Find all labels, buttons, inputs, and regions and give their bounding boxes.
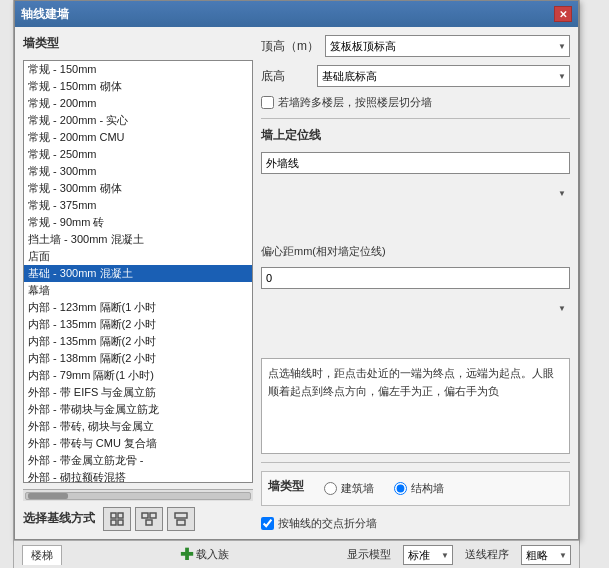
- baseline-row: 选择基线方式: [23, 507, 253, 531]
- scrollbar-track: [25, 492, 251, 500]
- positioning-label-text: 墙上定位线: [261, 127, 570, 144]
- bottom-right-controls: 显示模型 标准 送线程序 粗略: [347, 545, 571, 565]
- title-bar: 轴线建墙 ✕: [15, 1, 578, 27]
- display-model-label: 显示模型: [347, 547, 391, 562]
- structural-wall-radio-row: 结构墙: [394, 481, 444, 496]
- left-strip: [0, 0, 14, 568]
- wall-list-item[interactable]: 常规 - 200mm - 实心: [24, 112, 252, 129]
- plus-icon: ✚: [180, 545, 193, 564]
- svg-rect-0: [111, 513, 116, 518]
- wall-list-item[interactable]: 外部 - 带砌块与金属立筋龙: [24, 401, 252, 418]
- wall-list-item[interactable]: 内部 - 123mm 隔断(1 小时: [24, 299, 252, 316]
- baseline-btn-2[interactable]: [135, 507, 163, 531]
- bottom-bar: 楼梯 ✚ 载入族 显示模型 标准 送线程序 粗略: [14, 540, 579, 568]
- svg-rect-8: [177, 520, 185, 525]
- offset-select[interactable]: 0: [261, 267, 570, 289]
- building-wall-label: 建筑墙: [341, 481, 374, 496]
- split-row: 按轴线的交点折分墙: [261, 516, 570, 531]
- positioning-select-wrapper: 外墙线: [261, 152, 570, 234]
- bottom-height-row: 底高 基础底标高: [261, 65, 570, 87]
- wall-list-item[interactable]: 常规 - 200mm CMU: [24, 129, 252, 146]
- wall-type-section-label: 墙类型: [23, 35, 253, 52]
- offset-select-wrapper: 0: [261, 267, 570, 349]
- svg-rect-4: [142, 513, 148, 518]
- svg-rect-1: [118, 513, 123, 518]
- scrollbar-thumb[interactable]: [28, 493, 68, 499]
- wall-list-item[interactable]: 基础 - 300mm 混凝土: [24, 265, 252, 282]
- wall-type-section: 墙类型 建筑墙 结构墙: [261, 471, 570, 506]
- wall-list-item[interactable]: 常规 - 150mm: [24, 61, 252, 78]
- horizontal-scrollbar[interactable]: [23, 489, 253, 501]
- top-height-select[interactable]: 笈板板顶标高: [325, 35, 570, 57]
- add-family-label: 载入族: [196, 547, 229, 562]
- multi-floor-row: 若墙跨多楼层，按照楼层切分墙: [261, 95, 570, 110]
- wall-list-item[interactable]: 内部 - 135mm 隔断(2 小时: [24, 333, 252, 350]
- divider-2: [261, 462, 570, 463]
- wall-list-item[interactable]: 店面: [24, 248, 252, 265]
- wall-list-item[interactable]: 外部 - 带砖与 CMU 复合墙: [24, 435, 252, 452]
- wall-list-item[interactable]: 常规 - 250mm: [24, 146, 252, 163]
- send-program-label: 送线程序: [465, 547, 509, 562]
- display-model-select[interactable]: 标准: [403, 545, 453, 565]
- split-checkbox[interactable]: [261, 517, 274, 530]
- add-family-button[interactable]: ✚ 载入族: [180, 545, 229, 564]
- close-button[interactable]: ✕: [554, 6, 572, 22]
- wall-list-item[interactable]: 常规 - 300mm 砌体: [24, 180, 252, 197]
- wall-list[interactable]: 常规 - 150mm常规 - 150mm 砌体常规 - 200mm常规 - 20…: [24, 61, 252, 482]
- bottom-left-controls: 选择基线方式: [23, 507, 253, 531]
- main-dialog: 轴线建墙 ✕ 墙类型 常规 - 150mm常规 - 150mm 砌体常规 - 2…: [14, 0, 579, 540]
- wall-list-item[interactable]: 外部 - 带金属立筋龙骨 -: [24, 452, 252, 469]
- svg-rect-3: [118, 520, 123, 525]
- wall-list-item[interactable]: 常规 - 375mm: [24, 197, 252, 214]
- multi-floor-label: 若墙跨多楼层，按照楼层切分墙: [278, 95, 432, 110]
- wall-list-item[interactable]: 常规 - 200mm: [24, 95, 252, 112]
- svg-rect-7: [175, 513, 187, 518]
- bottom-height-select-wrapper: 基础底标高: [317, 65, 570, 87]
- display-model-select-wrapper: 标准: [403, 545, 453, 565]
- info-box: 点选轴线时，距点击处近的一端为终点，远端为起点。人眼顺着起点到终点方向，偏左手为…: [261, 358, 570, 454]
- right-panel: 顶高（m） 笈板板顶标高 底高 基础底标高 若墙跨多楼: [261, 35, 570, 531]
- baseline-btn-1[interactable]: [103, 507, 131, 531]
- offset-label-text: 偏心距mm(相对墙定位线): [261, 244, 570, 259]
- svg-rect-6: [146, 520, 152, 525]
- svg-rect-5: [150, 513, 156, 518]
- wall-list-item[interactable]: 挡土墙 - 300mm 混凝土: [24, 231, 252, 248]
- building-wall-radio-row: 建筑墙: [324, 481, 374, 496]
- send-program-select[interactable]: 粗略: [521, 545, 571, 565]
- positioning-select[interactable]: 外墙线: [261, 152, 570, 174]
- wall-type-label: 墙类型: [268, 478, 304, 495]
- wall-list-item[interactable]: 内部 - 79mm 隔断(1 小时): [24, 367, 252, 384]
- wall-list-item[interactable]: 内部 - 138mm 隔断(2 小时: [24, 350, 252, 367]
- svg-rect-2: [111, 520, 116, 525]
- right-strip: [579, 0, 609, 568]
- baseline-btn-3[interactable]: [167, 507, 195, 531]
- split-label: 按轴线的交点折分墙: [278, 516, 377, 531]
- building-wall-radio[interactable]: [324, 482, 337, 495]
- wall-list-item[interactable]: 外部 - 带 EIFS 与金属立筋: [24, 384, 252, 401]
- stairs-tab[interactable]: 楼梯: [22, 545, 62, 565]
- dialog-title: 轴线建墙: [21, 6, 69, 23]
- structural-wall-label: 结构墙: [411, 481, 444, 496]
- wall-list-item[interactable]: 常规 - 150mm 砌体: [24, 78, 252, 95]
- wall-list-item[interactable]: 外部 - 砌拉额砖混搭: [24, 469, 252, 482]
- top-height-label: 顶高（m）: [261, 38, 319, 55]
- structural-wall-radio[interactable]: [394, 482, 407, 495]
- wall-list-item[interactable]: 常规 - 300mm: [24, 163, 252, 180]
- top-height-select-wrapper: 笈板板顶标高: [325, 35, 570, 57]
- wall-list-item[interactable]: 外部 - 带砖, 砌块与金属立: [24, 418, 252, 435]
- baseline-label: 选择基线方式: [23, 510, 95, 527]
- bottom-height-label: 底高: [261, 68, 311, 85]
- wall-list-item[interactable]: 常规 - 90mm 砖: [24, 214, 252, 231]
- wall-list-container: 常规 - 150mm常规 - 150mm 砌体常规 - 200mm常规 - 20…: [23, 60, 253, 483]
- send-program-select-wrapper: 粗略: [521, 545, 571, 565]
- bottom-height-select[interactable]: 基础底标高: [317, 65, 570, 87]
- wall-list-item[interactable]: 幕墙: [24, 282, 252, 299]
- left-panel: 墙类型 常规 - 150mm常规 - 150mm 砌体常规 - 200mm常规 …: [23, 35, 253, 531]
- multi-floor-checkbox[interactable]: [261, 96, 274, 109]
- divider-1: [261, 118, 570, 119]
- top-height-row: 顶高（m） 笈板板顶标高: [261, 35, 570, 57]
- wall-list-item[interactable]: 内部 - 135mm 隔断(2 小时: [24, 316, 252, 333]
- dialog-content: 墙类型 常规 - 150mm常规 - 150mm 砌体常规 - 200mm常规 …: [15, 27, 578, 539]
